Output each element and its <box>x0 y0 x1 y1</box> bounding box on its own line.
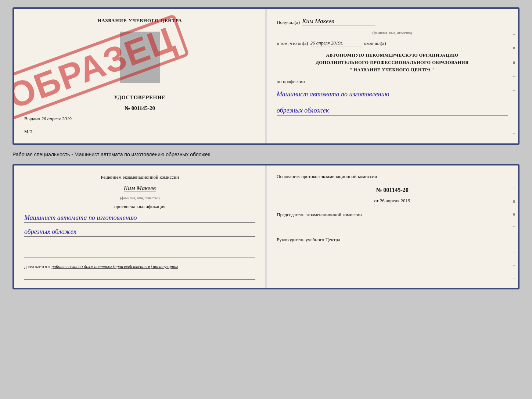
recipient-prefix: Получил(а) <box>277 19 300 25</box>
cert-issued-block: Выдано 26 апреля 2019 <box>24 116 255 122</box>
cert-right-panel: Получил(а) Ким Макеев – (фамилия, имя, о… <box>266 9 518 143</box>
profession-value2: обрезных обложек <box>277 106 508 115</box>
cert2-left-panel: Решением экзаменационной комиссии Ким Ма… <box>14 165 266 288</box>
issued-label: Выдано <box>24 116 40 121</box>
certificate-card-bottom: Решением экзаменационной комиссии Ким Ма… <box>12 164 520 289</box>
date-line: в том, что он(а) 26 апреля 2019г. окончи… <box>277 40 508 46</box>
photo-placeholder <box>120 32 160 83</box>
director-sign-line <box>277 244 335 250</box>
profession-value1: Машинист автомата по изготовлению <box>277 90 508 99</box>
blank-line3 <box>24 273 255 280</box>
profession-label: по профессии <box>277 79 508 85</box>
permission-value: работе согласно должностным (производств… <box>51 264 178 269</box>
protocol-number: № 001145-20 <box>277 187 508 193</box>
chairman-sign-line <box>277 219 335 225</box>
blank-line2 <box>24 251 255 257</box>
right-edge-dashes: – – и а ← – – – – <box>510 9 518 143</box>
school-name-top: НАЗВАНИЕ УЧЕБНОГО ЦЕНТРА <box>24 18 255 24</box>
cert-left-panel: НАЗВАНИЕ УЧЕБНОГО ЦЕНТРА ОБРАЗЕЦ УДОСТОВ… <box>14 9 266 143</box>
recipient-name: Ким Макеев <box>302 18 375 25</box>
permission-block: допускается к работе согласно должностны… <box>24 264 255 270</box>
permission-prefix: допускается к <box>24 264 50 269</box>
protocol-date: от 26 апреля 2019 <box>277 198 508 204</box>
chairman-label: Председатель экзаменационной комиссии <box>277 212 508 218</box>
date-value: 26 апреля 2019г. <box>310 40 362 46</box>
cert-title: УДОСТОВЕРЕНИЕ <box>24 95 255 101</box>
blank-line1 <box>24 241 255 247</box>
org-line1: АВТОНОМНУЮ НЕКОММЕРЧЕСКУЮ ОРГАНИЗАЦИЮ <box>277 51 508 59</box>
cert2-right-panel: Основание: протокол экзаменационной коми… <box>266 165 518 288</box>
right-edge-dashes2: – – и а ← – – – – <box>510 165 518 288</box>
org-block: АВТОНОМНУЮ НЕКОММЕРЧЕСКУЮ ОРГАНИЗАЦИЮ ДО… <box>277 51 508 74</box>
basis-label: Основание: протокол экзаменационной коми… <box>277 174 508 179</box>
org-line2: ДОПОЛНИТЕЛЬНОГО ПРОФЕССИОНАЛЬНОГО ОБРАЗО… <box>277 59 508 66</box>
recipient-line: Получил(а) Ким Макеев – <box>277 18 508 25</box>
org-line3: " НАЗВАНИЕ УЧЕБНОГО ЦЕНТРА " <box>277 66 508 74</box>
mp-label: М.П. <box>24 129 255 135</box>
cert-number: № 001145-20 <box>24 105 255 111</box>
date-prefix: в том, что он(а) <box>277 40 308 46</box>
commission-line1: Решением экзаменационной комиссии <box>24 174 255 181</box>
separator-text: Рабочая специальность - Машинист автомат… <box>12 152 520 157</box>
protocol-date-prefix: от <box>374 198 378 203</box>
issued-date: 26 апреля 2019 <box>42 116 72 121</box>
qualification-value2: обрезных обложек <box>24 227 255 237</box>
chairman-block: Председатель экзаменационной комиссии <box>277 212 508 225</box>
date-suffix: окончил(а) <box>364 40 386 46</box>
qualification-value1: Машинист автомата по изготовлению <box>24 213 255 223</box>
protocol-date-value: 26 апреля 2019 <box>380 198 410 203</box>
director-label: Руководитель учебного Центра <box>277 237 508 243</box>
recipient-sublabel: (фамилия, имя, отчество) <box>277 31 508 35</box>
person-name2: Ким Макеев <box>124 185 156 192</box>
person-sublabel: (фамилия, имя, отчество) <box>24 196 255 200</box>
qualification-label: присвоена квалификация <box>24 204 255 210</box>
certificate-card-top: НАЗВАНИЕ УЧЕБНОГО ЦЕНТРА ОБРАЗЕЦ УДОСТОВ… <box>12 7 520 145</box>
director-block: Руководитель учебного Центра <box>277 237 508 250</box>
